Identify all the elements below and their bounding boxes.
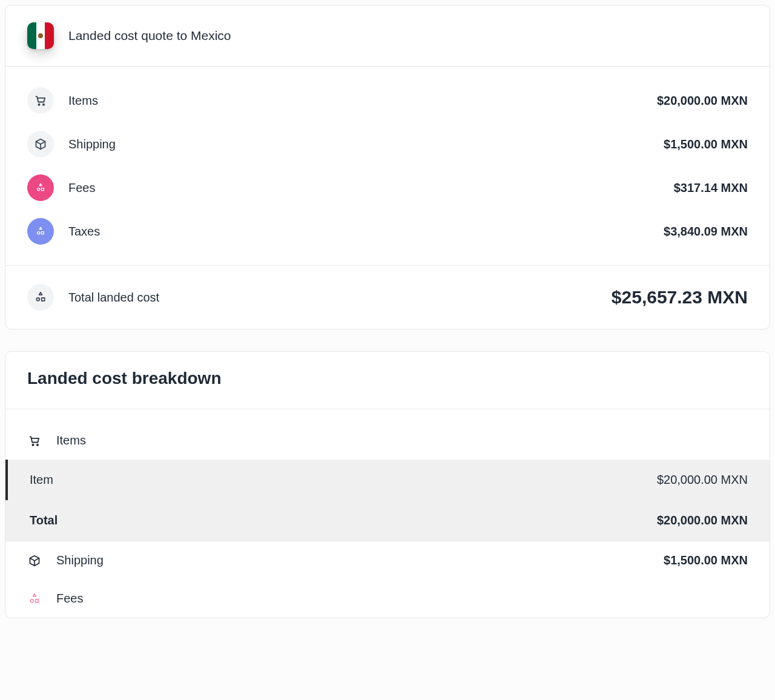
svg-rect-7 — [42, 298, 45, 301]
svg-point-0 — [38, 104, 39, 105]
svg-point-8 — [32, 444, 33, 445]
row-items-value: $20,000.00 MXN — [657, 94, 748, 108]
shapes-icon — [27, 593, 42, 605]
breakdown-items-label: Items — [56, 434, 86, 447]
row-taxes-value: $3,840.09 MXN — [664, 225, 748, 239]
breakdown-card: Landed cost breakdown Items Item $20,000… — [5, 351, 770, 618]
breakdown-items-heading: Items — [5, 434, 770, 460]
breakdown-item-total-label: Total — [30, 513, 657, 527]
package-icon — [27, 555, 42, 567]
row-taxes-label: Taxes — [68, 225, 664, 239]
svg-rect-5 — [41, 232, 44, 234]
quote-rows: Items $20,000.00 MXN Shipping $1,500.00 … — [5, 67, 770, 265]
total-row: Total landed cost $25,657.23 MXN — [5, 266, 770, 329]
breakdown-shipping-row: Shipping $1,500.00 MXN — [5, 541, 770, 579]
row-shipping-label: Shipping — [68, 137, 664, 151]
total-value: $25,657.23 MXN — [612, 287, 748, 308]
breakdown-header: Landed cost breakdown — [5, 352, 770, 409]
breakdown-item-row: Item $20,000.00 MXN — [5, 460, 770, 500]
row-fees: Fees $317.14 MXN — [27, 166, 748, 210]
row-items: Items $20,000.00 MXN — [27, 79, 748, 122]
row-taxes: Taxes $3,840.09 MXN — [27, 210, 748, 253]
svg-point-9 — [37, 444, 38, 445]
shapes-icon — [27, 174, 54, 201]
breakdown-shipping-value: $1,500.00 MXN — [664, 553, 748, 567]
mexico-flag-icon — [27, 22, 54, 49]
breakdown-body: Items Item $20,000.00 MXN Total $20,000.… — [5, 409, 770, 618]
quote-header: Landed cost quote to Mexico — [5, 5, 770, 67]
row-fees-label: Fees — [68, 181, 674, 195]
breakdown-item-value: $20,000.00 MXN — [657, 473, 748, 487]
svg-point-2 — [38, 188, 40, 191]
row-fees-value: $317.14 MXN — [674, 181, 748, 195]
breakdown-item-label: Item — [30, 473, 657, 487]
package-icon — [27, 131, 54, 157]
shapes-icon — [27, 284, 54, 311]
quote-title: Landed cost quote to Mexico — [68, 28, 231, 43]
svg-rect-3 — [41, 188, 44, 191]
quote-card: Landed cost quote to Mexico Items $20,00… — [5, 5, 770, 329]
breakdown-item-total-value: $20,000.00 MXN — [657, 513, 748, 527]
cart-icon — [27, 435, 42, 447]
svg-point-6 — [36, 298, 39, 301]
row-shipping-value: $1,500.00 MXN — [664, 137, 748, 151]
cart-icon — [27, 87, 54, 114]
row-items-label: Items — [68, 94, 657, 108]
svg-point-10 — [30, 599, 33, 602]
shapes-icon — [27, 218, 54, 245]
breakdown-fees-row: Fees — [5, 579, 770, 618]
breakdown-fees-label: Fees — [56, 592, 748, 606]
svg-point-1 — [43, 104, 44, 105]
row-shipping: Shipping $1,500.00 MXN — [27, 122, 748, 166]
breakdown-title: Landed cost breakdown — [27, 369, 748, 388]
breakdown-item-total-row: Total $20,000.00 MXN — [5, 500, 770, 541]
total-label: Total landed cost — [68, 291, 612, 305]
svg-rect-11 — [36, 599, 39, 602]
breakdown-shipping-label: Shipping — [56, 553, 649, 567]
svg-point-4 — [38, 232, 40, 234]
